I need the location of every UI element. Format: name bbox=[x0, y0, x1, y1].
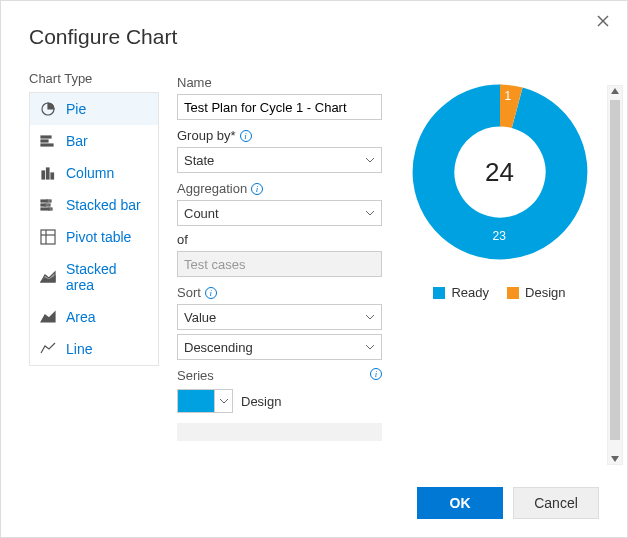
chart-type-pivot-table[interactable]: Pivot table bbox=[30, 221, 158, 253]
chart-type-stacked-area[interactable]: Stacked area bbox=[30, 253, 158, 301]
sort-direction-select[interactable]: Descending bbox=[177, 334, 382, 360]
series-label: Series bbox=[177, 368, 214, 383]
of-label: of bbox=[177, 232, 382, 247]
aggregation-label: Aggregation i bbox=[177, 181, 382, 196]
chart-type-label-text: Pivot table bbox=[66, 229, 131, 245]
chart-type-column[interactable]: Column bbox=[30, 157, 158, 189]
chevron-down-icon bbox=[365, 312, 375, 322]
close-icon bbox=[597, 15, 609, 27]
series-name: Design bbox=[241, 394, 281, 409]
chart-type-area[interactable]: Area bbox=[30, 301, 158, 333]
chart-preview: 24 1 23 Ready Design bbox=[400, 71, 599, 451]
bar-icon bbox=[40, 133, 56, 149]
svg-rect-7 bbox=[47, 168, 50, 179]
donut-chart: 24 1 23 bbox=[405, 77, 595, 267]
scrollbar[interactable] bbox=[607, 85, 623, 465]
chart-type-label-text: Line bbox=[66, 341, 92, 357]
info-icon[interactable]: i bbox=[240, 130, 252, 142]
info-icon[interactable]: i bbox=[370, 368, 382, 380]
name-label: Name bbox=[177, 75, 382, 90]
scroll-up-arrow-icon bbox=[610, 86, 620, 96]
name-input[interactable] bbox=[177, 94, 382, 120]
svg-rect-14 bbox=[49, 208, 52, 210]
info-icon[interactable]: i bbox=[205, 287, 217, 299]
chevron-down-icon bbox=[365, 208, 375, 218]
svg-rect-8 bbox=[51, 173, 54, 179]
svg-rect-3 bbox=[41, 136, 51, 138]
legend-swatch bbox=[507, 287, 519, 299]
close-button[interactable] bbox=[593, 11, 613, 31]
chart-type-label-text: Stacked bar bbox=[66, 197, 141, 213]
chart-type-label-text: Area bbox=[66, 309, 96, 325]
chart-type-label-text: Column bbox=[66, 165, 114, 181]
dialog-title: Configure Chart bbox=[29, 25, 599, 49]
svg-rect-6 bbox=[42, 171, 45, 179]
scrollbar-thumb[interactable] bbox=[610, 100, 620, 440]
chevron-down-icon bbox=[365, 342, 375, 352]
series-color-swatch bbox=[178, 390, 214, 412]
chevron-down-icon bbox=[365, 155, 375, 165]
legend-swatch bbox=[433, 287, 445, 299]
aggregation-select[interactable]: Count bbox=[177, 200, 382, 226]
svg-rect-9 bbox=[41, 200, 47, 202]
series-color-picker[interactable] bbox=[177, 389, 233, 413]
info-icon[interactable]: i bbox=[251, 183, 263, 195]
column-icon bbox=[40, 165, 56, 181]
slice-label-design: 1 bbox=[505, 89, 512, 103]
chart-type-list: Pie Bar Column Stacked bar Pivot table bbox=[29, 92, 159, 366]
configure-chart-dialog: Configure Chart Chart Type Pie Bar Colum… bbox=[0, 0, 628, 538]
chart-legend: Ready Design bbox=[433, 285, 565, 300]
chart-type-label: Chart Type bbox=[29, 71, 159, 86]
svg-rect-12 bbox=[45, 204, 50, 206]
chart-type-label-text: Stacked area bbox=[66, 261, 148, 293]
chart-type-stacked-bar[interactable]: Stacked bar bbox=[30, 189, 158, 221]
group-by-label: Group by* i bbox=[177, 128, 382, 143]
sort-field-select[interactable]: Value bbox=[177, 304, 382, 330]
svg-rect-13 bbox=[41, 208, 49, 210]
of-select: Test cases bbox=[177, 251, 382, 277]
svg-rect-10 bbox=[47, 200, 51, 202]
group-by-select[interactable]: State bbox=[177, 147, 382, 173]
stacked-area-icon bbox=[40, 269, 56, 285]
slice-label-ready: 23 bbox=[493, 229, 506, 243]
chart-type-bar[interactable]: Bar bbox=[30, 125, 158, 157]
chart-type-panel: Chart Type Pie Bar Column Stacked bar bbox=[29, 71, 159, 451]
svg-rect-4 bbox=[41, 140, 48, 142]
pivot-table-icon bbox=[40, 229, 56, 245]
scroll-down-arrow-icon bbox=[610, 454, 620, 464]
chart-type-pie[interactable]: Pie bbox=[30, 93, 158, 125]
chart-type-label-text: Pie bbox=[66, 101, 86, 117]
chevron-down-icon bbox=[219, 396, 229, 406]
svg-rect-15 bbox=[41, 230, 55, 244]
svg-marker-18 bbox=[611, 88, 619, 94]
sort-label: Sort i bbox=[177, 285, 382, 300]
svg-rect-5 bbox=[41, 144, 53, 146]
svg-marker-19 bbox=[611, 456, 619, 462]
pie-icon bbox=[40, 101, 56, 117]
ok-button[interactable]: OK bbox=[417, 487, 503, 519]
area-icon bbox=[40, 309, 56, 325]
legend-item-design: Design bbox=[507, 285, 565, 300]
chart-config-form: Name Group by* i State Aggregation i Cou… bbox=[177, 71, 382, 451]
chart-type-line[interactable]: Line bbox=[30, 333, 158, 365]
cancel-button[interactable]: Cancel bbox=[513, 487, 599, 519]
series-placeholder bbox=[177, 423, 382, 441]
chart-type-label-text: Bar bbox=[66, 133, 88, 149]
stacked-bar-icon bbox=[40, 197, 56, 213]
line-icon bbox=[40, 341, 56, 357]
legend-item-ready: Ready bbox=[433, 285, 489, 300]
